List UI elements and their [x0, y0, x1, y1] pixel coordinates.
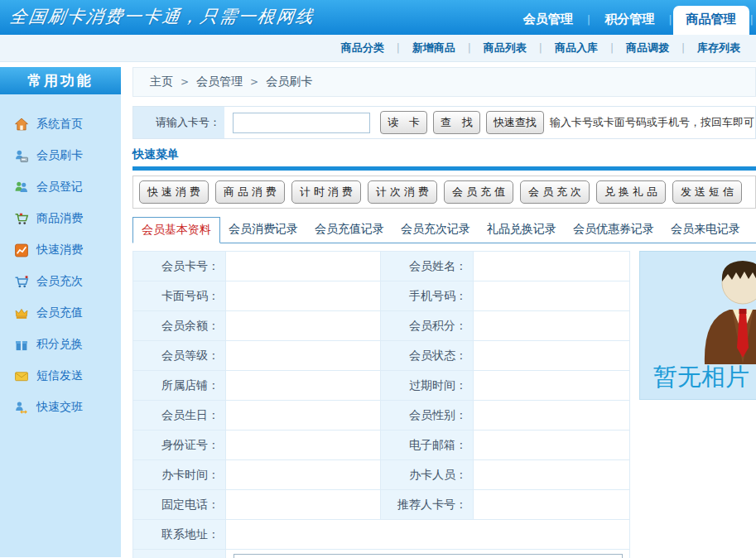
sidebar-item-label: 快速消费: [36, 243, 83, 257]
field-value: [226, 401, 381, 431]
member-record-tabs: 会员基本资料会员消费记录会员充值记录会员充次记录礼品兑换记录会员优惠券记录会员来…: [132, 217, 756, 243]
tab-6[interactable]: 会员来电记录: [662, 217, 749, 243]
quick-menu-buttons: 快速消费商品消费计时消费计次消费会员充值会员充次兑换礼品发送短信: [132, 176, 756, 209]
form-row: 会员等级：会员状态：: [133, 341, 630, 371]
field-label: 所属店铺：: [133, 371, 226, 401]
tab-3[interactable]: 会员充次记录: [392, 217, 479, 243]
card-number-input[interactable]: [233, 113, 370, 133]
field-label: 身份证号：: [133, 431, 226, 460]
member-swipe-page: 全国刷卡消费一卡通，只需一根网线 会员管理|积分管理|商品管理| 商品分类|新增…: [0, 0, 756, 558]
field-value: [226, 490, 381, 520]
search-button-2[interactable]: 快速查找: [486, 111, 544, 134]
field-value: [226, 460, 381, 490]
card-search-bar: 请输入卡号： 读 卡查 找快速查找 输入卡号或卡面号码或手机号，按回车即可: [132, 106, 756, 139]
field-value: [474, 311, 630, 341]
field-value: [474, 371, 630, 401]
crown-icon: [14, 306, 29, 320]
field-label: 会员余额：: [133, 311, 226, 341]
main-panel: 主页>会员管理>会员刷卡 请输入卡号： 读 卡查 找快速查找 输入卡号或卡面号码…: [132, 67, 756, 558]
sidebar-item-6[interactable]: 会员充值: [0, 297, 121, 329]
quick-button-6[interactable]: 兑换礼品: [596, 180, 666, 204]
tab-1[interactable]: 会员消费记录: [220, 217, 306, 243]
sidebar-item-label: 会员刷卡: [36, 148, 83, 163]
member-photo-placeholder: 暂无相片: [639, 251, 756, 400]
sidebar-item-0[interactable]: 系统首页: [0, 108, 121, 140]
topnav-item-2[interactable]: 商品管理: [673, 6, 749, 35]
search-button-1[interactable]: 查 找: [433, 111, 480, 134]
separator: |: [667, 13, 672, 35]
top-bar: 全国刷卡消费一卡通，只需一根网线 会员管理|积分管理|商品管理|: [0, 0, 756, 35]
recharge-times-icon: [14, 275, 29, 289]
quick-button-5[interactable]: 会员充次: [520, 180, 590, 204]
top-navigation: 会员管理|积分管理|商品管理|: [510, 5, 754, 35]
field-value: [226, 431, 381, 460]
field-label: 固定电话：: [133, 490, 226, 520]
subnav-item-2[interactable]: 商品列表: [471, 41, 539, 55]
sidebar-item-label: 系统首页: [36, 117, 83, 132]
form-row: 会员余额：会员积分：: [133, 311, 630, 341]
field-label: 会员性别：: [381, 401, 474, 431]
breadcrumb-item-1[interactable]: 会员管理: [196, 75, 243, 89]
field-label: 会员卡号：: [133, 252, 226, 281]
breadcrumb-item-0[interactable]: 主页: [150, 75, 173, 89]
form-row: 所属店铺：过期时间：: [133, 371, 630, 401]
home-icon: [14, 118, 29, 132]
tab-5[interactable]: 会员优惠券记录: [565, 217, 662, 243]
field-value: [226, 281, 381, 311]
form-row: 联系地址：: [133, 520, 630, 550]
content-area: 常用功能 系统首页会员刷卡会员登记商品消费快速消费会员充次会员充值积分兑换短信发…: [0, 67, 756, 558]
quick-button-4[interactable]: 会员充值: [444, 180, 513, 204]
cart-icon: [14, 212, 29, 226]
sidebar-item-4[interactable]: 快速消费: [0, 234, 121, 266]
field-label: 会员生日：: [133, 401, 226, 431]
sub-navigation: 商品分类|新增商品|商品列表|商品入库|商品调拨|库存列表: [0, 35, 756, 62]
sidebar-item-9[interactable]: 快速交班: [0, 392, 121, 423]
form-row: 卡面号码：手机号码：: [133, 281, 630, 311]
field-label: 会员状态：: [381, 341, 474, 371]
subnav-item-1[interactable]: 新增商品: [400, 41, 468, 55]
quick-button-2[interactable]: 计时消费: [291, 180, 361, 204]
sidebar-item-1[interactable]: 会员刷卡: [0, 140, 121, 171]
breadcrumb-separator: >: [250, 76, 258, 88]
member-info-form: 会员卡号：会员姓名：卡面号码：手机号码：会员余额：会员积分：会员等级：会员状态：…: [132, 251, 630, 558]
sidebar-item-8[interactable]: 短信发送: [0, 360, 121, 392]
tab-0[interactable]: 会员基本资料: [132, 217, 220, 243]
subnav-item-5[interactable]: 库存列表: [685, 41, 753, 55]
form-row: 备注：: [133, 550, 630, 558]
field-value: [474, 341, 630, 371]
field-label: 会员等级：: [133, 341, 226, 371]
breadcrumb: 主页>会员管理>会员刷卡: [132, 67, 756, 97]
topnav-item-0[interactable]: 会员管理: [510, 5, 586, 35]
search-button-0[interactable]: 读 卡: [380, 111, 427, 134]
remark-textarea[interactable]: [234, 554, 623, 558]
breadcrumb-separator: >: [181, 76, 189, 88]
sidebar-item-7[interactable]: 积分兑换: [0, 329, 121, 360]
quick-menu-divider: [132, 166, 756, 171]
field-value: [474, 460, 630, 490]
field-label: 卡面号码：: [133, 281, 226, 311]
sidebar-item-2[interactable]: 会员登记: [0, 171, 121, 203]
sidebar-item-label: 会员充次: [36, 274, 83, 289]
sidebar-item-label: 会员充值: [36, 305, 83, 320]
tab-4[interactable]: 礼品兑换记录: [479, 217, 565, 243]
field-value: [226, 371, 381, 401]
sidebar-item-label: 积分兑换: [36, 337, 83, 352]
quick-button-3[interactable]: 计次消费: [368, 180, 437, 204]
quick-button-7[interactable]: 发送短信: [672, 180, 742, 204]
sidebar-menu: 系统首页会员刷卡会员登记商品消费快速消费会员充次会员充值积分兑换短信发送快速交班: [0, 94, 121, 423]
quick-button-0[interactable]: 快速消费: [139, 180, 209, 204]
sidebar-item-label: 商品消费: [36, 211, 83, 226]
tab-2[interactable]: 会员充值记录: [306, 217, 392, 243]
quick-button-1[interactable]: 商品消费: [215, 180, 285, 204]
no-photo-text: 暂无相片: [653, 361, 749, 394]
field-value: [226, 520, 630, 550]
subnav-item-4[interactable]: 商品调拨: [614, 41, 681, 55]
subnav-item-3[interactable]: 商品入库: [542, 41, 610, 55]
quick-consume-icon: [14, 243, 29, 257]
sidebar-item-3[interactable]: 商品消费: [0, 203, 121, 234]
field-value: [474, 401, 630, 431]
subnav-item-0[interactable]: 商品分类: [329, 41, 397, 55]
sidebar-item-5[interactable]: 会员充次: [0, 266, 121, 297]
form-row: 固定电话：推荐人卡号：: [133, 490, 630, 520]
topnav-item-1[interactable]: 积分管理: [591, 5, 667, 35]
